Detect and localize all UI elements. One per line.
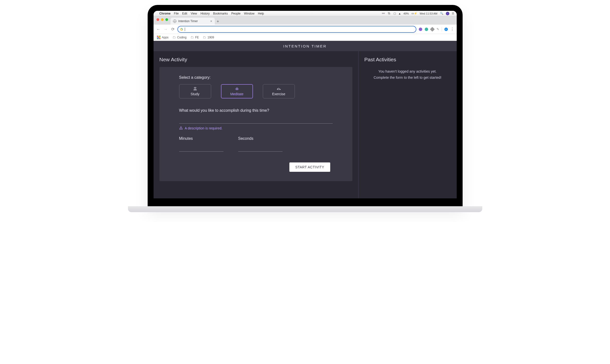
chrome-tab-strip: Intention Timer × +: [154, 16, 457, 25]
svg-point-1: [181, 129, 181, 129]
category-label: Study: [191, 92, 200, 96]
exercise-icon: [276, 87, 281, 91]
menubar-item-bookmarks[interactable]: Bookmarks: [213, 12, 228, 15]
extension-icon[interactable]: [425, 28, 428, 31]
bookmark-folder[interactable]: 🗀1909: [203, 35, 214, 39]
extension-icon[interactable]: [430, 27, 435, 32]
profile-avatar[interactable]: A: [444, 28, 448, 31]
bookmark-folder[interactable]: 🗀FE: [190, 35, 199, 39]
address-bar[interactable]: G: [177, 26, 416, 33]
start-activity-button[interactable]: START ACTIVITY: [289, 162, 330, 172]
seconds-label: Seconds: [238, 136, 282, 141]
text-cursor: [185, 28, 185, 31]
svg-point-0: [194, 87, 196, 89]
tab-title: Intention Timer: [178, 19, 198, 23]
chrome-toolbar: ← → ⟳ G ✎ A ⋮: [154, 25, 457, 34]
menubar-item-history[interactable]: History: [201, 12, 210, 15]
new-tab-button[interactable]: +: [215, 18, 221, 25]
battery-icon: ▭⚡: [411, 12, 417, 15]
menubar-item-view[interactable]: View: [191, 12, 197, 15]
extension-icon[interactable]: ✎: [437, 27, 439, 31]
extension-divider: [442, 27, 442, 32]
bookmark-label: FE: [195, 36, 199, 39]
menubar-item-people[interactable]: People: [231, 12, 240, 15]
category-study-button[interactable]: Study: [179, 84, 211, 98]
folder-icon: 🗀: [172, 35, 176, 39]
siri-icon[interactable]: [446, 12, 449, 15]
menubar-app-name[interactable]: Chrome: [159, 12, 171, 15]
minutes-input[interactable]: [179, 146, 223, 152]
airplay-icon[interactable]: ▢: [393, 12, 396, 15]
empty-line-1: You haven't logged any activities yet.: [364, 68, 451, 75]
window-controls: [156, 16, 171, 25]
apps-shortcut[interactable]: Apps: [157, 36, 169, 39]
error-text: A description is required.: [185, 126, 222, 130]
menubar-clock[interactable]: Wed 11:53 AM: [420, 12, 438, 15]
glasses-icon[interactable]: 👓: [382, 12, 385, 15]
apps-grid-icon: [157, 36, 160, 39]
study-icon: [193, 87, 198, 91]
browser-tab[interactable]: Intention Timer ×: [171, 18, 215, 25]
globe-icon: [173, 19, 176, 23]
menubar-item-edit[interactable]: Edit: [182, 12, 187, 15]
empty-line-2: Complete the form to the left to get sta…: [364, 75, 451, 81]
warning-icon: [179, 126, 183, 130]
activity-form-card: Select a category: Study: [159, 67, 352, 181]
time-row: Minutes Seconds: [179, 136, 333, 152]
past-activities-heading: Past Activities: [364, 57, 451, 63]
bookmark-label: 1909: [207, 36, 214, 39]
start-label: START ACTIVITY: [295, 165, 324, 169]
app-root: INTENTION TIMER New Activity Select a ca…: [154, 41, 457, 198]
category-label: Exercise: [272, 92, 285, 96]
mac-menu-bar: Chrome File Edit View History Bookmarks …: [154, 11, 457, 16]
laptop-base: [128, 206, 482, 212]
apps-label: Apps: [162, 36, 169, 39]
close-window-button[interactable]: [156, 18, 159, 21]
empty-state-message: You haven't logged any activities yet. C…: [364, 68, 451, 80]
select-category-label: Select a category:: [179, 75, 333, 80]
bookmark-folder[interactable]: 🗀Coding: [172, 35, 187, 39]
spotlight-icon[interactable]: 🔍: [440, 12, 443, 15]
bookmarks-bar: Apps 🗀Coding 🗀FE 🗀1909: [154, 34, 457, 41]
category-exercise-button[interactable]: Exercise: [263, 84, 295, 98]
menubar-item-window[interactable]: Window: [244, 12, 254, 15]
google-icon: G: [180, 27, 183, 31]
folder-icon: 🗀: [190, 35, 194, 39]
category-meditate-button[interactable]: Meditate: [221, 84, 253, 98]
extensions-row: ✎ A ⋮: [419, 27, 454, 32]
evernote-icon[interactable]: 🐘: [388, 12, 391, 15]
minutes-label: Minutes: [179, 136, 223, 141]
app-header: INTENTION TIMER: [154, 41, 457, 51]
category-label: Meditate: [230, 92, 244, 96]
new-activity-pane: New Activity Select a category: Study: [154, 51, 358, 198]
bookmark-label: Coding: [177, 36, 187, 39]
past-activities-pane: Past Activities You haven't logged any a…: [358, 51, 457, 198]
profile-initial: A: [445, 28, 447, 31]
maximize-window-button[interactable]: [165, 18, 168, 21]
seconds-input[interactable]: [238, 146, 282, 152]
minimize-window-button[interactable]: [161, 18, 164, 21]
validation-error: A description is required.: [179, 126, 333, 130]
accomplish-input[interactable]: [179, 117, 333, 124]
extension-icon[interactable]: [419, 28, 422, 31]
menubar-item-help[interactable]: Help: [258, 12, 264, 15]
back-button[interactable]: ←: [156, 27, 161, 32]
app-title: INTENTION TIMER: [283, 44, 327, 48]
reload-button[interactable]: ⟳: [171, 26, 175, 32]
category-row: Study Meditate: [179, 84, 333, 98]
control-center-icon[interactable]: ☰: [452, 12, 454, 15]
meditate-icon: [235, 87, 239, 91]
chrome-menu-button[interactable]: ⋮: [450, 27, 454, 32]
wifi-icon[interactable]: ▲: [398, 12, 401, 15]
new-activity-heading: New Activity: [159, 57, 352, 63]
battery-percent: 49%: [404, 12, 409, 15]
accomplish-label: What would you like to accomplish during…: [179, 108, 333, 113]
menubar-item-file[interactable]: File: [174, 12, 179, 15]
forward-button[interactable]: →: [163, 27, 168, 32]
close-tab-button[interactable]: ×: [210, 19, 212, 23]
folder-icon: 🗀: [203, 35, 206, 39]
